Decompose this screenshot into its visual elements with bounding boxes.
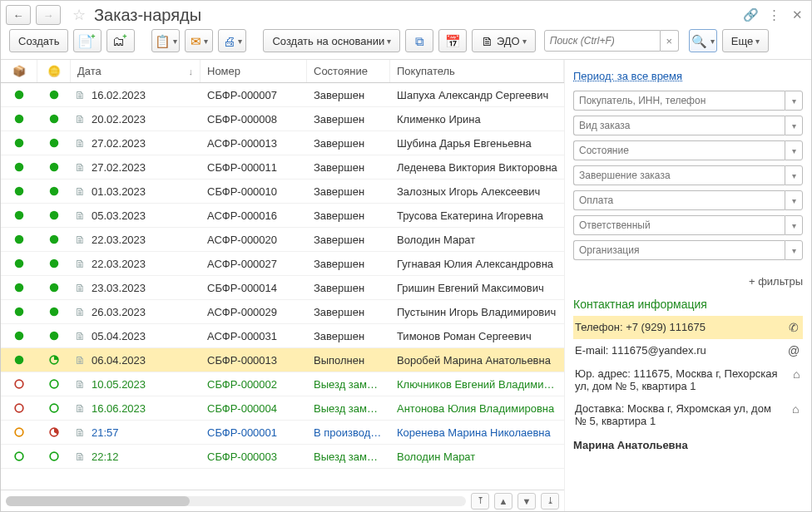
svg-point-26 — [15, 404, 23, 412]
pager-prev[interactable]: ▲ — [494, 493, 512, 510]
table-row[interactable]: 🗎27.02.2023АСФР-000013ЗавершенШубина Дар… — [1, 131, 564, 155]
col-status1[interactable]: 📦 — [1, 60, 37, 82]
search-go-button[interactable]: 🔍 ▾ — [689, 29, 717, 52]
buyer-cell: Шубина Дарья Евгеньевна — [390, 137, 564, 150]
number-cell: СБФР-000011 — [201, 161, 307, 174]
filter-dropdown-button[interactable]: ▾ — [785, 116, 803, 135]
table-row[interactable]: 🗎06.04.2023СБФР-000013ВыполненВоробей Ма… — [1, 348, 564, 372]
table-row[interactable]: 🗎23.03.2023СБФР-000014ЗавершенГришин Евг… — [1, 276, 564, 300]
buyer-cell: Антонова Юлия Владимировна — [390, 402, 564, 415]
home-icon[interactable]: ⌂ — [791, 367, 801, 381]
create-folder-button[interactable]: 🗂 — [106, 29, 135, 52]
create-button[interactable]: Создать — [9, 29, 68, 52]
at-icon[interactable]: @ — [786, 344, 801, 357]
filter-input[interactable] — [573, 215, 785, 235]
col-number[interactable]: Номер — [201, 60, 307, 82]
status1-cell — [1, 234, 37, 245]
horizontal-scrollbar[interactable] — [6, 496, 466, 506]
table-row[interactable]: 🗎21:57СБФР-000001В производ…Коренева Мар… — [1, 421, 564, 445]
date-cell: 🗎06.04.2023 — [71, 354, 201, 367]
table-row[interactable]: 🗎16.06.2023СБФР-000004Выезд заме…Антонов… — [1, 396, 564, 421]
kebab-menu-icon[interactable]: ⋮ — [765, 6, 783, 24]
table-row[interactable]: 🗎27.02.2023СБФР-000011ЗавершенЛеденева В… — [1, 155, 564, 180]
date-cell: 🗎01.03.2023 — [71, 185, 201, 198]
create-based-button[interactable]: Создать на основании — [263, 29, 400, 52]
edo-button[interactable]: 🗎 ЭДО — [472, 29, 535, 52]
contact-heading: Контактная информация — [573, 298, 803, 311]
col-status2[interactable]: 🪙 — [37, 60, 71, 82]
filter-input[interactable] — [573, 91, 785, 111]
document-row-icon: 🗎 — [74, 402, 87, 415]
email-value: 111675@yandex.ru — [611, 344, 706, 357]
pager-last[interactable]: ⤓ — [541, 493, 559, 510]
col-buyer[interactable]: Покупатель — [390, 60, 564, 82]
status2-cell — [37, 306, 71, 318]
pager-first[interactable]: ⤒ — [471, 493, 489, 510]
filter-dropdown-button[interactable]: ▾ — [785, 140, 803, 160]
filter-input[interactable] — [573, 116, 785, 135]
favorite-star-icon[interactable]: ☆ — [72, 6, 86, 24]
link-icon[interactable]: 🔗 — [741, 6, 760, 24]
table-row[interactable]: 🗎22.03.2023АСФР-000027ЗавершенГугнавая Ю… — [1, 252, 564, 276]
svg-point-17 — [50, 283, 59, 293]
table-row[interactable]: 🗎05.04.2023АСФР-000031ЗавершенТимонов Ро… — [1, 324, 564, 348]
table-row[interactable]: 🗎01.03.2023СБФР-000010ЗавершенЗалозных И… — [1, 180, 564, 204]
structure-button[interactable]: ⧉ — [405, 29, 433, 52]
table-row[interactable]: 🗎26.03.2023АСФР-000029ЗавершенПустынин И… — [1, 300, 564, 324]
status2-cell — [37, 258, 71, 269]
svg-point-21 — [50, 332, 59, 341]
more-filters-link[interactable]: + фильтры — [573, 275, 803, 288]
filter-dropdown-button[interactable]: ▾ — [785, 91, 803, 111]
contact-legal-row[interactable]: Юр. адрес: 111675, Москва г, Пехорская у… — [573, 362, 803, 397]
status2-cell — [37, 89, 71, 101]
nav-back-button[interactable]: ← — [6, 5, 31, 25]
col-date[interactable]: Дата↓ — [71, 60, 201, 82]
svg-point-1 — [50, 91, 59, 100]
state-cell: Завершен — [307, 89, 390, 101]
contact-phone-row[interactable]: Телефон: +7 (929) 111675 ✆ — [573, 316, 803, 339]
table-row[interactable]: 🗎22:12СБФР-000003Выезд заме…Володин Мара… — [1, 445, 564, 469]
table-row[interactable]: 🗎05.03.2023АСФР-000016ЗавершенТрусова Ек… — [1, 204, 564, 228]
period-button[interactable]: 📅 — [438, 29, 467, 52]
close-icon[interactable]: ✕ — [788, 6, 806, 24]
document-row-icon: 🗎 — [74, 113, 87, 126]
pager-next[interactable]: ▼ — [517, 493, 536, 510]
status1-cell — [1, 258, 37, 269]
print-button[interactable]: 🖨 — [218, 29, 246, 52]
date-cell: 🗎10.05.2023 — [71, 378, 201, 391]
nav-forward-button[interactable]: → — [36, 5, 61, 25]
create-copy-button[interactable]: 📄 — [73, 29, 102, 52]
search-clear-button[interactable]: × — [661, 30, 679, 52]
contact-delivery-row[interactable]: Доставка: Москва г, Яхромская ул, дом № … — [573, 397, 803, 432]
document-row-icon: 🗎 — [74, 282, 87, 294]
phone-icon[interactable]: ✆ — [786, 321, 801, 334]
home-icon[interactable]: ⌂ — [790, 402, 801, 416]
period-link[interactable]: Период: за все время — [573, 70, 803, 82]
filter-dropdown-button[interactable]: ▾ — [785, 215, 803, 235]
email-button[interactable]: ✉ — [185, 29, 213, 52]
buyer-cell: Володин Марат — [390, 450, 564, 463]
more-button[interactable]: Еще — [722, 29, 769, 52]
print-form-button[interactable]: 📋 — [151, 29, 180, 52]
search-input[interactable] — [544, 30, 661, 52]
filter-dropdown-button[interactable]: ▾ — [785, 190, 803, 210]
filter-input[interactable] — [573, 240, 785, 260]
filter-input[interactable] — [573, 140, 785, 160]
table-row[interactable]: 🗎10.05.2023СБФР-000002Выезд заме…Ключник… — [1, 372, 564, 396]
filter-dropdown-button[interactable]: ▾ — [785, 240, 803, 260]
table-row[interactable]: 🗎22.03.2023АСФР-000020ЗавершенВолодин Ма… — [1, 228, 564, 252]
col-state[interactable]: Состояние — [307, 60, 390, 82]
contact-email-row[interactable]: E-mail: 111675@yandex.ru @ — [573, 339, 803, 362]
filter-dropdown-button[interactable]: ▾ — [785, 165, 803, 185]
svg-point-12 — [15, 235, 24, 244]
status2-cell — [37, 402, 71, 414]
filter-input[interactable] — [573, 190, 785, 210]
sheet-icon: 📋 — [155, 35, 171, 47]
date-cell: 🗎27.02.2023 — [71, 137, 201, 150]
svg-point-18 — [15, 308, 24, 317]
status2-cell — [37, 234, 71, 245]
filter-input[interactable] — [573, 165, 785, 185]
table-row[interactable]: 🗎20.02.2023СБФР-000008ЗавершенКлименко И… — [1, 107, 564, 131]
buyer-cell: Коренева Марина Николаевна — [390, 426, 564, 439]
table-row[interactable]: 🗎16.02.2023СБФР-000007ЗавершенШапуха Але… — [1, 83, 564, 107]
